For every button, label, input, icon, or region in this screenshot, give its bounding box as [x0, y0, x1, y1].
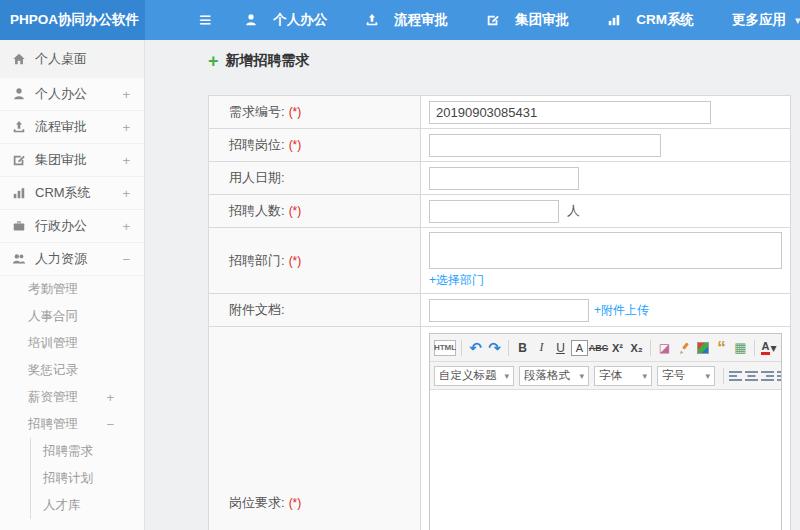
align-center-icon[interactable]	[745, 366, 759, 386]
headcount-input[interactable]	[429, 200, 559, 223]
subsubitem-label: 招聘需求	[43, 443, 93, 460]
sidebar-item-admin-office[interactable]: 行政办公 +	[0, 210, 144, 243]
sidebar-subitem-recruitment[interactable]: 招聘管理 −	[0, 411, 144, 438]
page-title-text: 新增招聘需求	[226, 52, 310, 70]
upload-flow-icon	[365, 13, 380, 28]
palette-icon[interactable]	[694, 338, 711, 358]
field-value: HTML ↶ ↷ B I U A ABC X²	[421, 327, 790, 530]
required-mark: (*)	[289, 204, 302, 218]
editor-content-area[interactable]	[430, 390, 781, 530]
align-justify-icon[interactable]	[777, 366, 781, 386]
subsubitem-label: 人才库	[43, 497, 81, 514]
department-textarea[interactable]	[429, 232, 782, 269]
top-navigation: 个人办公 流程审批 集团审批 CRM系统 更多应用	[244, 0, 800, 40]
blockquote-icon[interactable]: “	[713, 338, 730, 358]
sidebar-subitem-hr-contract[interactable]: 人事合同	[0, 303, 144, 330]
topnav-process-approval[interactable]: 流程审批	[365, 11, 448, 29]
subitem-label: 考勤管理	[28, 281, 78, 298]
font-style-button[interactable]: A	[571, 340, 588, 356]
collapse-toggle[interactable]: −	[122, 252, 130, 267]
bold-button[interactable]: B	[514, 338, 531, 358]
sidebar-item-personal-desktop[interactable]: 个人桌面	[0, 40, 144, 78]
rich-text-editor: HTML ↶ ↷ B I U A ABC X²	[429, 333, 782, 530]
attachment-upload-link[interactable]: +附件上传	[594, 302, 649, 319]
sidebar-item-label: 行政办公	[35, 217, 87, 235]
select-department-link[interactable]: +选择部门	[429, 272, 484, 289]
sidebar-subsubitem-recruit-plan[interactable]: 招聘计划	[31, 465, 144, 492]
topnav-label: 个人办公	[273, 11, 327, 29]
demand-no-input[interactable]	[429, 101, 711, 124]
italic-button[interactable]: I	[533, 338, 550, 358]
bar-chart-icon	[607, 13, 622, 28]
collapse-toggle[interactable]: −	[106, 417, 114, 432]
superscript-button[interactable]: X²	[609, 338, 626, 358]
sidebar-subitem-training[interactable]: 培训管理	[0, 330, 144, 357]
expand-toggle[interactable]: +	[122, 120, 130, 135]
field-label: 招聘岗位: (*)	[209, 129, 421, 161]
select-label: 字号	[662, 368, 685, 383]
chevron-down-icon: ▾	[795, 14, 800, 27]
chevron-down-icon: ▾	[579, 371, 584, 381]
font-size-select[interactable]: 字号 ▾	[657, 366, 715, 386]
recruit-demand-form: 需求编号: (*) 招聘岗位: (*)	[208, 95, 791, 530]
redo-icon[interactable]: ↷	[486, 338, 503, 358]
table-icon[interactable]: ▦	[732, 338, 749, 358]
expand-toggle[interactable]: +	[122, 87, 130, 102]
font-color-button[interactable]: A ▾	[760, 338, 777, 358]
label-text: 招聘岗位:	[229, 136, 285, 154]
hamburger-menu-icon[interactable]: ≡	[199, 0, 211, 40]
subitem-label: 薪资管理	[28, 389, 78, 406]
hire-date-input[interactable]	[429, 167, 579, 190]
expand-toggle[interactable]: +	[122, 219, 130, 234]
format-brush-icon[interactable]	[675, 338, 692, 358]
font-family-select[interactable]: 字体 ▾	[594, 366, 652, 386]
sidebar-subsubitem-talent-pool[interactable]: 人才库	[31, 492, 144, 519]
eraser-icon[interactable]: ◪	[656, 338, 673, 358]
sidebar-item-label: 集团审批	[35, 151, 87, 169]
html-source-button[interactable]: HTML	[434, 340, 456, 356]
topnav-crm-system[interactable]: CRM系统	[607, 11, 694, 29]
label-text: 附件文档:	[229, 301, 285, 319]
sidebar-item-label: 人力资源	[35, 250, 87, 268]
topnav-more-apps[interactable]: 更多应用 ▾	[732, 11, 800, 29]
sidebar-item-crm-system[interactable]: CRM系统 +	[0, 177, 144, 210]
attachment-input[interactable]	[429, 299, 589, 322]
subitem-label: 培训管理	[28, 335, 78, 352]
sidebar-subsubitem-recruit-demand[interactable]: 招聘需求	[31, 438, 144, 465]
topnav-personal-office[interactable]: 个人办公	[244, 11, 327, 29]
sidebar-item-human-resources[interactable]: 人力资源 −	[0, 243, 144, 276]
sidebar-item-personal-office[interactable]: 个人办公 +	[0, 78, 144, 111]
sidebar-subitem-salary[interactable]: 薪资管理 +	[0, 384, 144, 411]
label-text: 招聘部门:	[229, 252, 285, 270]
sidebar-item-process-approval[interactable]: 流程审批 +	[0, 111, 144, 144]
expand-toggle[interactable]: +	[106, 390, 114, 405]
main-content: + 新增招聘需求 需求编号: (*) 招聘岗位:	[145, 40, 800, 530]
field-value	[421, 162, 790, 194]
sidebar-item-group-approval[interactable]: 集团审批 +	[0, 144, 144, 177]
sidebar-subitem-rewards[interactable]: 奖惩记录	[0, 357, 144, 384]
field-value: +选择部门	[421, 228, 790, 293]
field-label: 岗位要求: (*)	[209, 327, 421, 530]
topnav-group-approval[interactable]: 集团审批	[486, 11, 569, 29]
chevron-down-icon: ▾	[642, 371, 647, 381]
label-text: 需求编号:	[229, 103, 285, 121]
undo-icon[interactable]: ↶	[467, 338, 484, 358]
topnav-label: 集团审批	[515, 11, 569, 29]
expand-toggle[interactable]: +	[122, 186, 130, 201]
strikethrough-button[interactable]: ABC	[590, 338, 607, 358]
select-label: 段落格式	[524, 368, 570, 383]
expand-toggle[interactable]: +	[122, 153, 130, 168]
toolbar-separator	[508, 340, 509, 356]
page-title: + 新增招聘需求	[208, 52, 791, 70]
align-left-icon[interactable]	[729, 366, 743, 386]
toolbar-separator	[461, 340, 462, 356]
custom-title-select[interactable]: 自定义标题 ▾	[434, 366, 514, 386]
position-input[interactable]	[429, 134, 661, 157]
underline-button[interactable]: U	[552, 338, 569, 358]
top-bar: PHPOA协同办公软件 ≡ 个人办公 流程审批 集团审批	[0, 0, 800, 40]
chevron-down-icon: ▾	[770, 341, 776, 355]
paragraph-format-select[interactable]: 段落格式 ▾	[519, 366, 589, 386]
align-right-icon[interactable]	[761, 366, 775, 386]
subscript-button[interactable]: X₂	[628, 338, 645, 358]
sidebar-subitem-attendance[interactable]: 考勤管理	[0, 276, 144, 303]
